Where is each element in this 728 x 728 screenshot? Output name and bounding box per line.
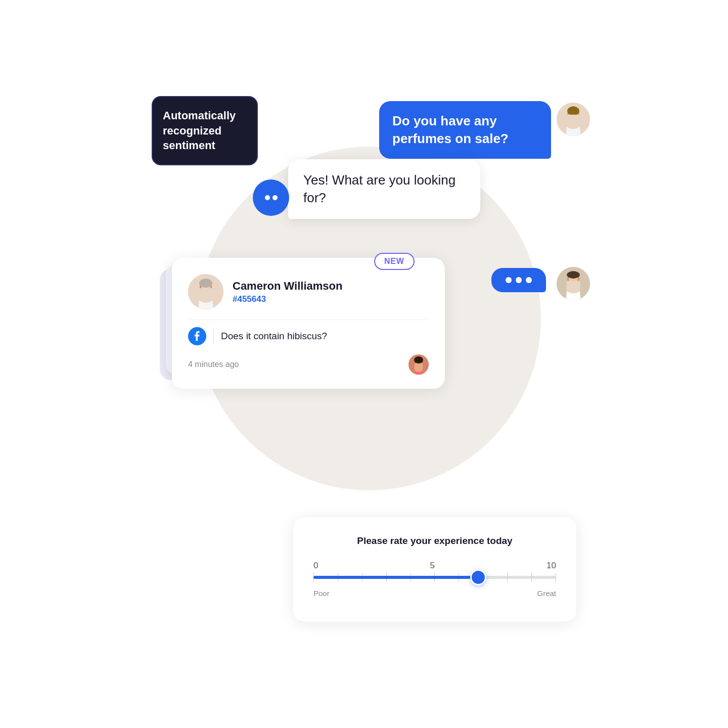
chatbot-dots (265, 195, 278, 200)
response-bubble: Yes! What are you looking for? (288, 159, 480, 219)
scale-mid: 5 (430, 561, 435, 571)
question-bubble-text: Do you have any perfumes on sale? (392, 113, 509, 146)
time-ago: 4 minutes ago (188, 360, 239, 369)
customer-name: Cameron Williamson (233, 280, 342, 293)
svg-point-3 (567, 106, 579, 115)
typing-dot-1 (506, 277, 512, 283)
scale-max: 10 (547, 561, 556, 571)
customer-info: Cameron Williamson #455643 (233, 280, 342, 304)
rating-card: Please rate your experience today 0 5 10… (293, 517, 576, 622)
customer-card-header: Cameron Williamson #455643 (188, 274, 429, 309)
main-scene: Automatically recognized sentiment Do yo… (136, 86, 592, 642)
sentiment-card: Automatically recognized sentiment (152, 96, 258, 165)
new-badge: NEW (374, 253, 415, 270)
avatar-customer-1 (555, 101, 592, 138)
slider-thumb[interactable] (470, 569, 486, 585)
message-divider (213, 329, 214, 343)
customer-message-row: Does it contain hibiscus? (188, 320, 429, 354)
facebook-icon (188, 327, 206, 345)
typing-bubble (491, 268, 546, 292)
svg-point-11 (199, 279, 212, 288)
scale-min: 0 (313, 561, 318, 571)
rating-scale: 0 5 10 Poor Great (313, 561, 556, 598)
new-badge-label: NEW (384, 257, 404, 265)
dot-2 (272, 195, 278, 200)
chatbot-icon (253, 179, 289, 216)
agent-avatar (408, 354, 429, 375)
dot-1 (265, 195, 270, 200)
customer-id: #455643 (233, 294, 342, 304)
scale-labels: Poor Great (313, 589, 556, 598)
customer-avatar-image (188, 274, 223, 309)
agent-avatar-image (408, 354, 429, 375)
card-footer: 4 minutes ago (188, 354, 429, 375)
avatar-customer-2 (555, 265, 592, 302)
label-high: Great (537, 589, 556, 598)
svg-point-16 (414, 356, 423, 363)
svg-point-7 (567, 271, 580, 279)
customer-avatar (188, 274, 223, 309)
slider-fill (313, 576, 478, 579)
typing-dot-3 (526, 277, 532, 283)
typing-dot-2 (516, 277, 522, 283)
label-low: Poor (313, 589, 330, 598)
customer-message-text: Does it contain hibiscus? (221, 331, 327, 342)
customer-card: Cameron Williamson #455643 Does it conta… (172, 258, 445, 389)
rating-title: Please rate your experience today (313, 535, 556, 547)
slider-track[interactable] (313, 576, 556, 579)
sentiment-card-text: Automatically recognized sentiment (163, 109, 236, 152)
response-bubble-text: Yes! What are you looking for? (303, 172, 456, 205)
avatar-customer-1-image (557, 101, 590, 138)
avatar-customer-2-image (557, 265, 590, 302)
scale-numbers: 0 5 10 (313, 561, 556, 571)
question-bubble: Do you have any perfumes on sale? (379, 101, 551, 159)
